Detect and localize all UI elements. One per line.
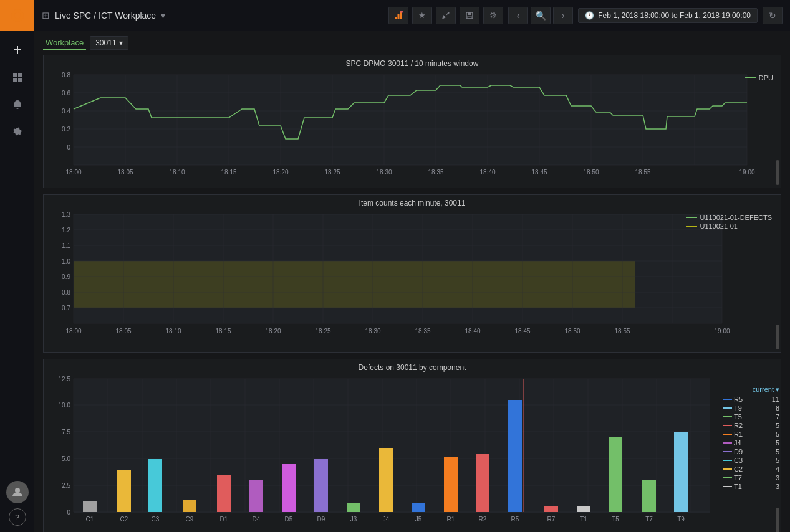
- svg-text:D1: D1: [220, 516, 228, 523]
- svg-text:18:40: 18:40: [465, 328, 480, 335]
- chart3-svg: 12.5 10.0 7.5 5.0 2.5 0: [49, 376, 735, 531]
- svg-text:18:55: 18:55: [635, 169, 650, 176]
- svg-rect-3: [14, 49, 21, 50]
- svg-text:0.8: 0.8: [62, 72, 70, 78]
- svg-rect-56: [74, 261, 635, 308]
- chart3-container: 12.5 10.0 7.5 5.0 2.5 0: [44, 373, 781, 532]
- breadcrumb-bar: Workplace 30011 ▾: [34, 31, 790, 55]
- svg-point-8: [15, 488, 20, 493]
- chart3-scrollbar[interactable]: [776, 508, 779, 532]
- svg-rect-11: [400, 12, 402, 19]
- svg-text:18:20: 18:20: [272, 169, 288, 176]
- svg-rect-14: [468, 12, 471, 15]
- chart1-legend: DPU: [745, 74, 773, 83]
- legend-t9: T9 8: [723, 404, 779, 412]
- bar-c9: [183, 500, 196, 512]
- chart2-container: 1.3 1.2 1.1 1.0 0.9 0.8 0.7 18:00 18:05 …: [44, 209, 781, 352]
- zoom-out-btn[interactable]: 🔍: [531, 7, 551, 24]
- svg-text:18:35: 18:35: [415, 328, 430, 335]
- svg-text:18:50: 18:50: [564, 328, 580, 335]
- legend-j4: J4 5: [723, 439, 779, 447]
- legend-r2: R2 5: [723, 421, 779, 430]
- legend-t1: T1 3: [723, 482, 779, 491]
- svg-text:J3: J3: [350, 516, 357, 523]
- gear-icon[interactable]: [0, 118, 34, 146]
- svg-text:0.8: 0.8: [62, 289, 70, 296]
- svg-text:0.7: 0.7: [62, 305, 70, 311]
- svg-text:10.0: 10.0: [59, 402, 71, 409]
- legend-c3: C3 5: [723, 456, 779, 465]
- help-icon[interactable]: ?: [9, 508, 26, 526]
- svg-text:J4: J4: [383, 516, 390, 523]
- chart-dpmo-title: SPC DPMO 30011 / 10 minutes window: [44, 55, 781, 69]
- svg-text:18:00: 18:00: [65, 169, 81, 176]
- legend-d9: D9 5: [723, 447, 779, 456]
- svg-text:R1: R1: [447, 516, 455, 523]
- next-time-btn[interactable]: ›: [553, 7, 573, 24]
- svg-text:D4: D4: [253, 516, 261, 523]
- dropdown-arrow: ▾: [119, 39, 123, 47]
- svg-text:18:45: 18:45: [514, 328, 530, 335]
- bar-r5: [508, 400, 522, 512]
- time-range-picker[interactable]: 🕐 Feb 1, 2018 18:00:00 to Feb 1, 2018 19…: [578, 8, 758, 23]
- svg-text:J5: J5: [415, 516, 422, 523]
- svg-text:18:05: 18:05: [117, 169, 133, 176]
- legend-items: U110021-01: [686, 222, 772, 230]
- svg-rect-7: [18, 78, 22, 82]
- topbar-actions: ★ ⚙: [388, 7, 503, 24]
- svg-rect-9: [395, 17, 397, 19]
- page-title: Live SPC / ICT Workplace: [55, 11, 156, 21]
- svg-text:18:30: 18:30: [376, 169, 392, 176]
- bar-j5: [412, 503, 425, 512]
- svg-text:18:00: 18:00: [65, 328, 81, 335]
- bar-t7: [642, 480, 656, 512]
- user-avatar[interactable]: [6, 481, 29, 503]
- svg-text:7.5: 7.5: [62, 429, 70, 435]
- bar-d4: [249, 480, 263, 512]
- prev-time-btn[interactable]: ‹: [508, 7, 528, 24]
- svg-text:18:40: 18:40: [479, 169, 495, 176]
- svg-text:0.9: 0.9: [62, 273, 70, 280]
- svg-text:18:25: 18:25: [324, 169, 340, 176]
- app-logo[interactable]: [0, 0, 34, 31]
- chart3-legend-header[interactable]: current ▾: [723, 386, 779, 395]
- svg-text:1.0: 1.0: [62, 258, 70, 265]
- chart2-legend: U110021-01-DEFECTS U110021-01: [686, 214, 772, 231]
- chart2-scrollbar[interactable]: [776, 325, 779, 349]
- workplace-dropdown[interactable]: 30011 ▾: [90, 36, 128, 50]
- share-btn[interactable]: [436, 7, 456, 24]
- title-dropdown-arrow[interactable]: ▾: [161, 11, 165, 21]
- chart-item-counts-title: Item counts each minute, 30011: [44, 195, 781, 209]
- svg-text:2.5: 2.5: [62, 482, 70, 489]
- legend-r5: R5 11: [723, 395, 779, 404]
- svg-rect-5: [18, 73, 22, 77]
- svg-text:18:10: 18:10: [165, 328, 181, 335]
- bar-d5: [282, 464, 296, 512]
- save-btn[interactable]: [460, 7, 479, 24]
- star-btn[interactable]: ★: [412, 7, 432, 24]
- svg-rect-16: [74, 75, 747, 165]
- svg-text:T5: T5: [612, 516, 619, 523]
- bar-r7: [544, 506, 558, 512]
- svg-text:R7: R7: [547, 516, 556, 523]
- bar-t5: [609, 437, 622, 512]
- workplace-tab[interactable]: Workplace: [43, 37, 86, 50]
- settings-btn[interactable]: ⚙: [483, 7, 503, 24]
- bar-t1: [577, 506, 590, 512]
- svg-text:18:50: 18:50: [583, 169, 599, 176]
- legend-dpu: DPU: [745, 74, 773, 82]
- chart-dpmo-svg: 0.8 0.6 0.4 0.2 0 18:00 18:05 18:10 18:1…: [49, 72, 763, 181]
- chart-config-btn[interactable]: [388, 7, 408, 24]
- bell-icon[interactable]: [0, 91, 34, 118]
- svg-rect-6: [13, 78, 17, 82]
- refresh-btn[interactable]: ↻: [763, 7, 783, 24]
- dashboard-icon[interactable]: [0, 64, 34, 91]
- svg-text:T1: T1: [580, 516, 587, 523]
- add-icon[interactable]: [0, 36, 34, 64]
- svg-text:T7: T7: [645, 516, 653, 523]
- chart1-scrollbar[interactable]: [776, 160, 779, 185]
- svg-text:5.0: 5.0: [62, 455, 70, 462]
- sidebar: ?: [0, 0, 34, 532]
- svg-text:D9: D9: [317, 516, 325, 523]
- bar-t9: [674, 432, 688, 512]
